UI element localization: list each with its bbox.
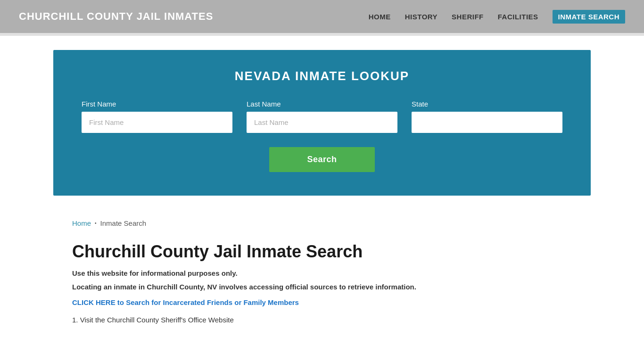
nav-sheriff[interactable]: SHERIFF (452, 13, 484, 21)
main-content: Home • Inmate Search Churchill County Ja… (53, 210, 591, 343)
list-item-1: 1. Visit the Churchill County Sheriff's … (72, 316, 572, 324)
click-here-link[interactable]: CLICK HERE to Search for Incarcerated Fr… (72, 298, 572, 306)
search-button[interactable]: Search (269, 147, 374, 172)
breadcrumb-current: Inmate Search (100, 219, 147, 227)
site-title: Churchill County Jail Inmates (19, 10, 213, 23)
state-input[interactable] (412, 112, 562, 133)
nav-facilities[interactable]: FACILITIES (498, 13, 538, 21)
search-section: NEVADA INMATE LOOKUP First Name Last Nam… (53, 50, 591, 196)
state-label: State (412, 100, 562, 108)
first-name-group: First Name (82, 100, 232, 133)
breadcrumb-home-link[interactable]: Home (72, 219, 91, 227)
page-title: Churchill County Jail Inmate Search (72, 241, 572, 262)
first-name-label: First Name (82, 100, 232, 108)
search-form-row: First Name Last Name State (82, 100, 562, 133)
nav-home[interactable]: HOME (369, 13, 391, 21)
nav-history[interactable]: HISTORY (405, 13, 438, 21)
search-section-title: NEVADA INMATE LOOKUP (82, 69, 562, 83)
info-text-1: Use this website for informational purpo… (72, 269, 572, 277)
state-group: State (412, 100, 562, 133)
first-name-input[interactable] (82, 112, 232, 133)
last-name-input[interactable] (247, 112, 397, 133)
search-btn-row: Search (82, 147, 562, 172)
last-name-group: Last Name (247, 100, 397, 133)
breadcrumb-separator: • (95, 221, 97, 226)
breadcrumb: Home • Inmate Search (72, 219, 572, 227)
site-header: Churchill County Jail Inmates HOME HISTO… (0, 0, 644, 33)
accent-bar (0, 33, 644, 36)
info-text-2: Locating an inmate in Churchill County, … (72, 283, 572, 291)
main-nav: HOME HISTORY SHERIFF FACILITIES INMATE S… (369, 10, 625, 24)
nav-inmate-search[interactable]: INMATE SEARCH (553, 10, 625, 24)
last-name-label: Last Name (247, 100, 397, 108)
